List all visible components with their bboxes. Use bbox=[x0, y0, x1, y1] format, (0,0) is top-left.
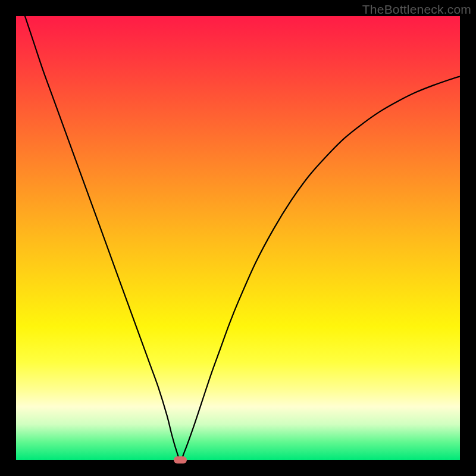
optimum-marker bbox=[174, 456, 187, 464]
chart-frame: TheBottleneck.com bbox=[0, 0, 476, 476]
bottleneck-curve bbox=[16, 16, 460, 460]
watermark-text: TheBottleneck.com bbox=[362, 2, 471, 17]
plot-area bbox=[16, 16, 460, 460]
